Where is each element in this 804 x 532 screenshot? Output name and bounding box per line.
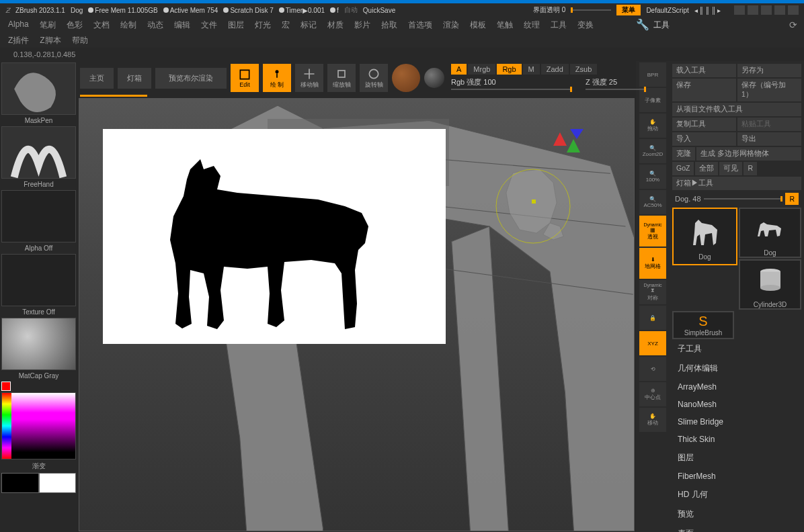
ac50-button[interactable]: 🔍AC50% [639, 190, 666, 214]
menu-texture[interactable]: 纹理 [524, 19, 540, 31]
mode-zsub[interactable]: Zsub [570, 64, 597, 75]
swatch-black[interactable] [1, 473, 39, 493]
stroke-thumb[interactable] [1, 126, 76, 179]
mode-zadd[interactable]: Zadd [541, 64, 569, 75]
restore-icon[interactable]: ⟳ [789, 19, 797, 30]
material-sphere[interactable] [392, 64, 420, 92]
clone-button[interactable]: 克隆 [672, 147, 695, 161]
default-zscript[interactable]: DefaultZScript [646, 7, 688, 14]
menu-movie[interactable]: 影片 [354, 19, 370, 31]
color-picker[interactable] [1, 392, 76, 459]
win-icon-1[interactable] [734, 5, 745, 15]
menu-render[interactable]: 渲染 [443, 19, 459, 31]
tool-r-button[interactable]: R [785, 193, 799, 205]
menu-draw[interactable]: 绘制 [120, 19, 136, 31]
menu-material[interactable]: 材质 [327, 19, 344, 31]
perspective-button[interactable]: Dynamic▦透视 [639, 216, 666, 247]
acc-layers[interactable]: 图层 [672, 448, 801, 468]
tool-thumb-dog[interactable]: Dog [672, 208, 737, 265]
quicksave[interactable]: QuickSave [363, 7, 395, 14]
menu-brush[interactable]: 笔刷 [40, 19, 56, 31]
menu-layer[interactable]: 图层 [228, 19, 244, 31]
tool-slider[interactable] [704, 198, 783, 200]
win-icon-2[interactable] [748, 5, 758, 15]
preview-bool-button[interactable]: 预览布尔渲染 [155, 68, 227, 89]
make-polymesh-button[interactable]: 生成 多边形网格物体 [696, 147, 801, 161]
save-button[interactable]: 保存 [672, 79, 736, 101]
z-intensity-slider[interactable]: Z 强度 25 [586, 77, 646, 90]
menu-color[interactable]: 色彩 [67, 19, 83, 31]
zoom100-button[interactable]: 🔍100% [639, 165, 666, 189]
material-sphere-2[interactable] [424, 68, 444, 88]
load-project-button[interactable]: 从项目文件载入工具 [672, 103, 801, 116]
paste-tool-button[interactable]: 粘贴工具 [737, 118, 801, 131]
menu-document[interactable]: 文档 [93, 19, 110, 31]
rgb-intensity-slider[interactable]: Rgb 强度 100 [451, 77, 572, 90]
lock-button[interactable]: 🔒 [639, 306, 666, 330]
status-glyphs[interactable]: ◂║║║▸ [694, 7, 722, 14]
menu-preferences[interactable]: 首选项 [408, 19, 432, 31]
close-button[interactable] [788, 5, 799, 15]
acc-subtool[interactable]: 子工具 [672, 339, 801, 359]
viewport[interactable] [79, 98, 635, 531]
menu-macro[interactable]: 宏 [282, 19, 290, 31]
menu-zscript[interactable]: Z脚本 [40, 35, 61, 46]
menu-zplugin[interactable]: Z插件 [8, 35, 29, 46]
floor-button[interactable]: ⬇地网格 [639, 248, 666, 279]
tool-thumb-dog2[interactable]: Dog [739, 208, 801, 258]
copy-tool-button[interactable]: 复制工具 [672, 118, 736, 131]
mode-rgb[interactable]: Rgb [497, 64, 521, 75]
menu-marker[interactable]: 标记 [300, 19, 317, 31]
move-view-button[interactable]: ✋移动 [639, 408, 666, 432]
acc-nanomesh[interactable]: NanoMesh [672, 396, 801, 413]
acc-hdgeo[interactable]: HD 几何 [672, 485, 801, 504]
tool-thumb-simplebrush[interactable]: SSimpleBrush [672, 311, 734, 339]
edit-button[interactable]: Edit [231, 64, 259, 92]
minimize-button[interactable] [761, 5, 772, 15]
acc-preview[interactable]: 预览 [672, 504, 801, 524]
menu-file[interactable]: 文件 [201, 19, 217, 31]
acc-surface[interactable]: 表面 [672, 524, 801, 532]
menu-button[interactable]: 菜单 [616, 5, 641, 15]
draw-button[interactable]: 绘 制 [263, 64, 291, 92]
menu-stencil[interactable]: 模板 [470, 19, 486, 31]
swatch-white[interactable] [39, 473, 77, 493]
goz-all-button[interactable]: 全部 [695, 162, 718, 175]
lightbox-button[interactable]: 灯箱 [118, 68, 151, 89]
menu-transform[interactable]: 变换 [577, 19, 594, 31]
mode-m[interactable]: M [523, 64, 540, 75]
acc-slimebridge[interactable]: Slime Bridge [672, 413, 801, 431]
rotate-view-button[interactable]: ⟲ [639, 357, 666, 381]
reference-image[interactable] [103, 129, 446, 344]
menu-stroke[interactable]: 笔触 [497, 19, 513, 31]
menu-dynamic[interactable]: 动态 [147, 19, 163, 31]
auto[interactable]: 自动 [344, 5, 358, 15]
lightbox-tools-button[interactable]: 灯箱▶工具 [672, 177, 801, 190]
pixels-button[interactable]: 子像素 [639, 88, 666, 112]
brush-thumb[interactable] [1, 62, 76, 115]
menu-alpha[interactable]: Alpha [8, 19, 29, 31]
menu-edit[interactable]: 编辑 [174, 19, 190, 31]
tool-thumb-cylinder[interactable]: Cylinder3D [739, 259, 801, 310]
export-button[interactable]: 导出 [737, 132, 801, 146]
material-thumb[interactable] [1, 318, 76, 370]
home-button[interactable]: 主页 [80, 68, 114, 89]
mode-a[interactable]: A [451, 64, 467, 75]
menu-picker[interactable]: 拾取 [381, 19, 397, 31]
menu-light[interactable]: 灯光 [255, 19, 271, 31]
save-inc-button[interactable]: 保存（编号加 1） [737, 79, 801, 101]
alpha-thumb[interactable] [1, 190, 76, 242]
axis-gizmo[interactable] [547, 119, 587, 159]
acc-geometry[interactable]: 几何体编辑 [672, 359, 801, 378]
zoom2d-button[interactable]: 🔍Zoom2D [639, 139, 666, 163]
import-button[interactable]: 导入 [672, 132, 736, 146]
mode-mrgb[interactable]: Mrgb [468, 64, 495, 75]
acc-fibermesh[interactable]: FiberMesh [672, 468, 801, 485]
gradient-label[interactable]: 渐变 [1, 461, 76, 472]
goz-r-button[interactable]: R [743, 162, 757, 175]
xyz-button[interactable]: XYZ [639, 331, 666, 355]
move-gizmo-button[interactable]: 移动轴 [295, 64, 323, 92]
scale-gizmo-button[interactable]: 缩放轴 [327, 64, 356, 92]
acc-thickskin[interactable]: Thick Skin [672, 431, 801, 448]
texture-thumb[interactable] [1, 254, 76, 306]
